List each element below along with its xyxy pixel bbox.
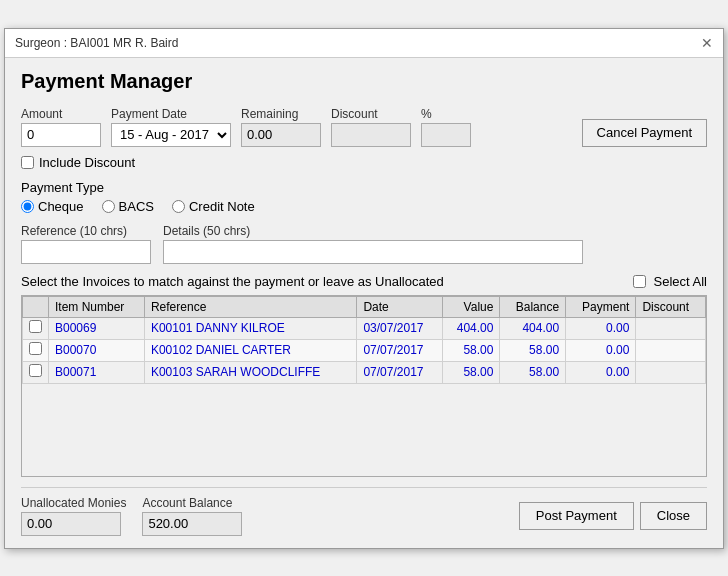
col-discount: Discount [636,296,706,317]
reference-row: Reference (10 chrs) Details (50 chrs) [21,224,707,264]
include-discount-label: Include Discount [39,155,135,170]
row-item-number: B00070 [49,339,145,361]
radio-creditnote[interactable]: Credit Note [172,199,255,214]
col-checkbox [23,296,49,317]
radio-bacs-input[interactable] [102,200,115,213]
unallocated-input [21,512,121,536]
col-balance: Balance [500,296,566,317]
invoice-table: Item Number Reference Date Value Balance… [22,296,706,384]
row-date: 03/07/2017 [357,317,442,339]
payment-date-label: Payment Date [111,107,231,121]
radio-cheque-label: Cheque [38,199,84,214]
remaining-group: Remaining [241,107,321,147]
amount-label: Amount [21,107,101,121]
row-discount [636,317,706,339]
amount-group: Amount [21,107,101,147]
row-discount [636,361,706,383]
remaining-label: Remaining [241,107,321,121]
cancel-payment-button[interactable]: Cancel Payment [582,119,707,147]
row-value: 58.00 [442,339,500,361]
top-fields-row: Amount Payment Date 15 - Aug - 2017 Rema… [21,107,707,147]
radio-creditnote-label: Credit Note [189,199,255,214]
bottom-buttons: Post Payment Close [519,502,707,530]
bottom-section: Unallocated Monies Account Balance Post … [21,487,707,536]
row-item-number: B00071 [49,361,145,383]
payment-type-label: Payment Type [21,180,707,195]
row-value: 404.00 [442,317,500,339]
unallocated-group: Unallocated Monies [21,496,126,536]
radio-cheque-input[interactable] [21,200,34,213]
radio-bacs[interactable]: BACS [102,199,154,214]
row-checkbox-0[interactable] [29,320,42,333]
row-payment: 0.00 [566,361,636,383]
row-date: 07/07/2017 [357,339,442,361]
invoice-table-inner: Item Number Reference Date Value Balance… [22,296,706,476]
details-input[interactable] [163,240,583,264]
select-invoices-instruction: Select the Invoices to match against the… [21,274,625,289]
invoice-table-container: Item Number Reference Date Value Balance… [21,295,707,477]
row-item-number: B00069 [49,317,145,339]
details-label: Details (50 chrs) [163,224,583,238]
percent-input [421,123,471,147]
payment-date-select[interactable]: 15 - Aug - 2017 [111,123,231,147]
col-item-number: Item Number [49,296,145,317]
row-value: 58.00 [442,361,500,383]
col-reference: Reference [144,296,356,317]
title-bar: Surgeon : BAI001 MR R. Baird ✕ [5,29,723,58]
row-balance: 404.00 [500,317,566,339]
discount-input [331,123,411,147]
details-group: Details (50 chrs) [163,224,583,264]
select-all-label: Select All [654,274,707,289]
account-balance-input [142,512,242,536]
close-button[interactable]: Close [640,502,707,530]
reference-group: Reference (10 chrs) [21,224,151,264]
col-payment: Payment [566,296,636,317]
radio-creditnote-input[interactable] [172,200,185,213]
reference-label: Reference (10 chrs) [21,224,151,238]
row-reference: K00102 DANIEL CARTER [144,339,356,361]
row-reference: K00103 SARAH WOODCLIFFE [144,361,356,383]
radio-cheque[interactable]: Cheque [21,199,84,214]
row-checkbox-2[interactable] [29,364,42,377]
account-balance-label: Account Balance [142,496,242,510]
row-balance: 58.00 [500,339,566,361]
discount-label: Discount [331,107,411,121]
title-bar-text: Surgeon : BAI001 MR R. Baird [15,36,178,50]
window-close-button[interactable]: ✕ [701,35,713,51]
percent-label: % [421,107,471,121]
row-discount [636,339,706,361]
discount-group: Discount [331,107,411,147]
select-invoices-row: Select the Invoices to match against the… [21,274,707,289]
table-row: B00071 K00103 SARAH WOODCLIFFE 07/07/201… [23,361,706,383]
unallocated-label: Unallocated Monies [21,496,126,510]
row-checkbox-cell[interactable] [23,361,49,383]
row-reference: K00101 DANNY KILROE [144,317,356,339]
row-checkbox-cell[interactable] [23,339,49,361]
row-checkbox-cell[interactable] [23,317,49,339]
table-row: B00070 K00102 DANIEL CARTER 07/07/2017 5… [23,339,706,361]
row-checkbox-1[interactable] [29,342,42,355]
select-all-checkbox[interactable] [633,275,646,288]
post-payment-button[interactable]: Post Payment [519,502,634,530]
radio-bacs-label: BACS [119,199,154,214]
row-balance: 58.00 [500,361,566,383]
include-discount-row: Include Discount [21,155,707,170]
payment-type-radio-group: Cheque BACS Credit Note [21,199,707,214]
payment-date-group: Payment Date 15 - Aug - 2017 [111,107,231,147]
table-row: B00069 K00101 DANNY KILROE 03/07/2017 40… [23,317,706,339]
row-payment: 0.00 [566,317,636,339]
amount-input[interactable] [21,123,101,147]
payment-type-section: Payment Type Cheque BACS Credit Note [21,180,707,214]
include-discount-checkbox[interactable] [21,156,34,169]
row-date: 07/07/2017 [357,361,442,383]
percent-group: % [421,107,471,147]
table-header-row: Item Number Reference Date Value Balance… [23,296,706,317]
account-balance-group: Account Balance [142,496,242,536]
col-date: Date [357,296,442,317]
content-area: Payment Manager Amount Payment Date 15 -… [5,58,723,548]
col-value: Value [442,296,500,317]
page-title: Payment Manager [21,70,707,93]
row-payment: 0.00 [566,339,636,361]
reference-input[interactable] [21,240,151,264]
main-window: Surgeon : BAI001 MR R. Baird ✕ Payment M… [4,28,724,549]
